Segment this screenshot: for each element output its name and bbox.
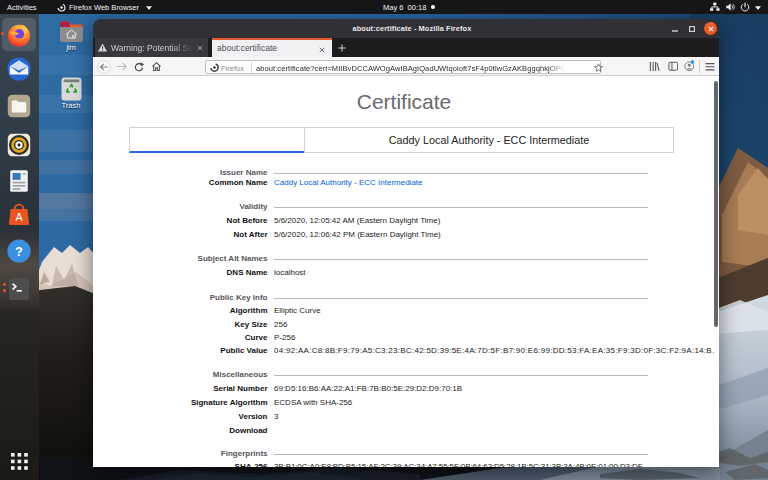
svg-text:?: ? [15,244,23,259]
svg-text:A: A [15,211,23,223]
